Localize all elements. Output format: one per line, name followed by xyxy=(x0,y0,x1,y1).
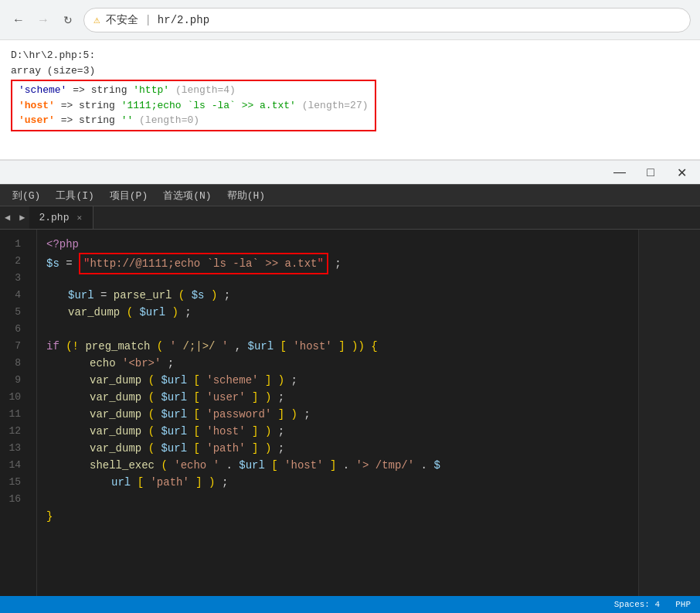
assign-op: = xyxy=(66,257,79,270)
line-numbers: 1 2 3 4 5 6 7 8 9 10 11 12 13 14 15 16 xyxy=(0,230,37,596)
key-scheme: 'scheme' xyxy=(19,84,66,96)
array-declaration: array (size=3) xyxy=(11,63,689,79)
var-s: $s xyxy=(46,257,59,270)
code-line-8: echo '<br>' ; xyxy=(46,355,638,372)
line-num-7: 7 xyxy=(0,338,27,355)
menu-tools[interactable]: 工具(I) xyxy=(49,187,100,204)
array-size: (size=3) xyxy=(47,65,95,77)
security-label: 不安全 xyxy=(106,13,138,27)
line-num-5: 5 xyxy=(0,304,27,321)
tab-nav-next[interactable]: ▶ xyxy=(15,206,29,229)
tab-close-button[interactable]: ✕ xyxy=(75,211,83,224)
line-num-3: 3 xyxy=(0,270,27,287)
array-row-scheme: 'scheme' => string 'http' (length=4) xyxy=(19,83,369,98)
code-line-9: var_dump ( $url [ 'scheme' ] ) ; xyxy=(46,372,638,389)
address-bar[interactable]: ⚠ 不安全 | hr/2.php xyxy=(83,8,691,32)
meta-scheme: (length=4) xyxy=(175,84,236,96)
array-keyword: array xyxy=(11,65,41,77)
editor-menu: 到(G) 工具(I) 项目(P) 首选项(N) 帮助(H) xyxy=(0,185,700,206)
tab-2php[interactable]: 2.php ✕ xyxy=(29,206,93,229)
func-var-dump-password: var_dump xyxy=(90,408,141,421)
type-scheme: string xyxy=(91,84,134,96)
menu-help[interactable]: 帮助(H) xyxy=(221,187,271,204)
array-row-host: 'host' => string '1111;echo `ls -la` >> … xyxy=(19,98,369,114)
php-open-tag: <?php xyxy=(46,238,79,250)
code-line-14b: url [ 'path' ] ) ; xyxy=(46,474,638,491)
key-user: 'user' xyxy=(19,114,55,126)
type-user: string xyxy=(79,114,121,126)
meta-host: (length=27) xyxy=(302,100,369,111)
line-num-2: 2 xyxy=(0,253,27,270)
func-preg-match: preg_match xyxy=(85,340,150,352)
back-button[interactable]: ← xyxy=(9,11,28,29)
menu-project[interactable]: 项目(P) xyxy=(104,187,154,204)
arrow-3: => xyxy=(61,114,79,126)
meta-user: (length=0) xyxy=(139,114,199,126)
code-content[interactable]: <?php $s = "http://@1111;echo `ls -la` >… xyxy=(37,230,638,596)
array-row-user: 'user' => string '' (length=0) xyxy=(19,113,369,128)
browser-chrome: ← → ↻ ⚠ 不安全 | hr/2.php xyxy=(0,0,700,40)
func-echo: echo xyxy=(90,357,122,370)
line-num-10: 10 xyxy=(0,389,27,406)
val-scheme: 'http' xyxy=(133,84,169,96)
func-var-dump-path: var_dump xyxy=(90,442,141,455)
line-num-4: 4 xyxy=(0,287,27,304)
menu-goto[interactable]: 到(G) xyxy=(6,187,46,204)
separator: | xyxy=(144,14,151,26)
window-controls: — □ ✕ xyxy=(0,160,700,185)
line-num-16: 16 xyxy=(0,491,27,508)
highlighted-string: "http://@1111;echo `ls -la` >> a.txt" xyxy=(79,253,328,274)
func-var-dump-user: var_dump xyxy=(90,391,141,404)
refresh-button[interactable]: ↻ xyxy=(59,11,77,29)
line-num-6: 6 xyxy=(0,321,27,338)
maximize-button[interactable]: □ xyxy=(641,163,660,182)
array-output-box: 'scheme' => string 'http' (length=4) 'ho… xyxy=(11,80,376,131)
code-line-14: shell_exec ( 'echo ' . $url [ 'host' ] .… xyxy=(46,457,638,474)
code-line-12: var_dump ( $url [ 'host' ] ) ; xyxy=(46,423,638,440)
minimap xyxy=(638,230,700,596)
code-line-16: } xyxy=(46,508,638,525)
type-host: string xyxy=(79,100,121,111)
forward-button[interactable]: → xyxy=(34,11,53,29)
code-line-5: var_dump ( $url ) ; xyxy=(46,304,638,321)
line-num-9: 9 xyxy=(0,372,27,389)
func-var-dump-scheme: var_dump xyxy=(90,374,141,387)
menu-preferences[interactable]: 首选项(N) xyxy=(157,187,217,204)
func-shell-exec: shell_exec xyxy=(90,459,155,472)
code-line-2: $s = "http://@1111;echo `ls -la` >> a.tx… xyxy=(46,253,638,270)
func-var-dump-1: var_dump xyxy=(68,306,120,318)
line-num-15: 15 xyxy=(0,474,27,491)
close-brace: } xyxy=(46,510,53,523)
var-url-1: $url xyxy=(68,289,94,301)
url-text: hr/2.php xyxy=(158,14,209,26)
line-num-1: 1 xyxy=(0,236,27,253)
tab-nav-prev[interactable]: ◀ xyxy=(0,206,15,229)
key-host: 'host' xyxy=(19,100,55,111)
arrow-2: => xyxy=(61,100,79,111)
tab-label: 2.php xyxy=(39,212,69,223)
close-button[interactable]: ✕ xyxy=(672,163,691,182)
code-line-15 xyxy=(46,491,638,508)
minimize-button[interactable]: — xyxy=(610,163,629,182)
tab-bar: ◀ ▶ 2.php ✕ xyxy=(0,206,700,230)
line-num-12: 12 xyxy=(0,423,27,440)
semicolon-2: ; xyxy=(335,257,341,270)
val-host: '1111;echo `ls -la` >> a.txt' xyxy=(121,100,296,111)
status-bar: Spaces: 4 PHP xyxy=(0,596,700,613)
code-line-11: var_dump ( $url [ 'password' ] ) ; xyxy=(46,406,638,423)
code-line-4: $url = parse_url ( $s ) ; xyxy=(46,287,638,304)
arrow-1: => xyxy=(73,84,90,96)
code-line-1: <?php xyxy=(46,236,638,253)
security-warning-icon: ⚠ xyxy=(93,13,100,26)
func-var-dump-host: var_dump xyxy=(90,425,141,438)
str-content: http://@1111;echo `ls -la` >> a.txt xyxy=(90,257,317,270)
line-num-14: 14 xyxy=(0,457,27,474)
language-indicator: PHP xyxy=(675,600,691,609)
line-num-8: 8 xyxy=(0,355,27,372)
keyword-if: if xyxy=(46,340,59,352)
code-line-7: if (! preg_match ( ' /;|>/ ' , $url [ 'h… xyxy=(46,338,638,355)
val-user: '' xyxy=(121,114,134,126)
line-num-13: 13 xyxy=(0,440,27,457)
str-quote-close: " xyxy=(318,257,324,270)
line-num-11: 11 xyxy=(0,406,27,423)
